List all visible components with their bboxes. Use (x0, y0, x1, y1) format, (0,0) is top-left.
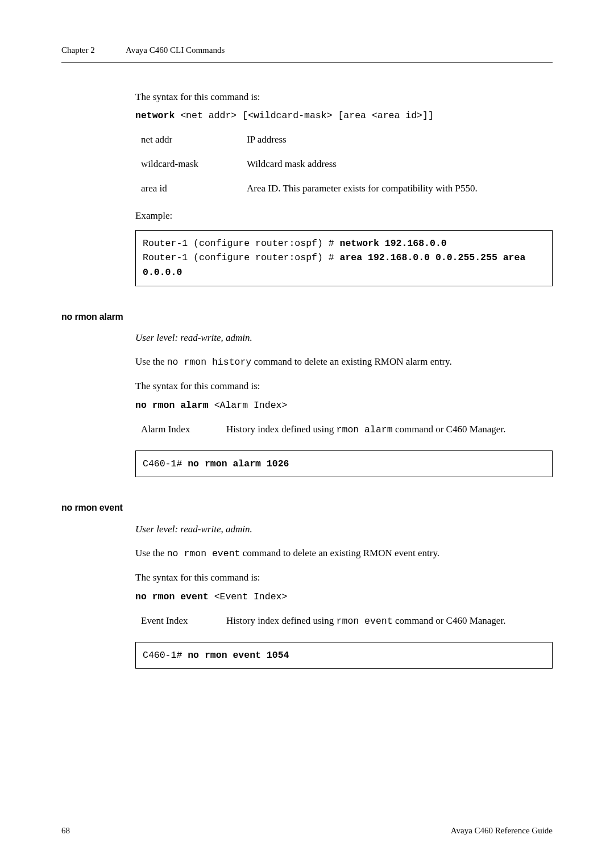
syntax-line: no rmon alarm <Alarm Index> (135, 398, 553, 412)
running-head: Chapter 2 Avaya C460 CLI Commands (61, 44, 553, 63)
desc-text: Use the (135, 548, 167, 558)
param-term: net addr (141, 133, 247, 147)
alarm-block: User level: read-write, admin. Use the n… (135, 331, 553, 478)
code-command: no rmon alarm 1026 (188, 458, 289, 469)
param-def: IP address (247, 133, 553, 147)
description: Use the no rmon event command to delete … (135, 546, 553, 561)
code-command: network 192.168.0.0 (340, 238, 447, 249)
param-row: area id Area ID. This parameter exists f… (141, 182, 553, 196)
code-prompt: C460-1# (143, 458, 188, 469)
example-code-box: C460-1# no rmon event 1054 (135, 642, 553, 669)
param-def-code: rmon alarm (337, 424, 393, 435)
desc-text: command to delete an existing RMON event… (240, 548, 439, 558)
syntax-intro: The syntax for this command is: (135, 571, 553, 585)
param-def: History index defined using rmon alarm c… (226, 423, 553, 437)
code-command: no rmon event 1054 (188, 650, 289, 661)
chapter-title: Avaya C460 CLI Commands (126, 45, 225, 55)
param-def-text: command or C460 Manager. (393, 615, 506, 626)
param-table: Alarm Index History index defined using … (141, 423, 553, 437)
page-body: Chapter 2 Avaya C460 CLI Commands The sy… (0, 0, 614, 669)
user-level: User level: read-write, admin. (135, 523, 553, 537)
param-term: wildcard-mask (141, 157, 247, 172)
syntax-args: <Event Index> (209, 591, 288, 602)
syntax-keyword: network (135, 110, 175, 121)
chapter-label: Chapter 2 (61, 44, 124, 57)
syntax-keyword: no rmon alarm (135, 400, 209, 411)
param-def: History index defined using rmon event c… (226, 614, 553, 628)
param-row: Event Index History index defined using … (141, 614, 553, 628)
syntax-args: <net addr> [<wildcard-mask> [area <area … (175, 110, 433, 121)
param-term: Alarm Index (141, 423, 226, 437)
param-term: Event Index (141, 614, 226, 628)
param-term: area id (141, 182, 247, 196)
user-level: User level: read-write, admin. (135, 331, 553, 345)
section-heading-alarm: no rmon alarm (61, 310, 553, 323)
syntax-line: network <net addr> [<wildcard-mask> [are… (135, 108, 553, 123)
param-table: Event Index History index defined using … (141, 614, 553, 628)
desc-text: Use the (135, 356, 167, 367)
code-prompt: C460-1# (143, 650, 188, 661)
param-def: Area ID. This parameter exists for compa… (247, 182, 553, 196)
syntax-line: no rmon event <Event Index> (135, 590, 553, 604)
example-label: Example: (135, 209, 553, 223)
syntax-args: <Alarm Index> (209, 400, 288, 411)
param-def: Wildcard mask address (247, 157, 553, 172)
param-table: net addr IP address wildcard-mask Wildca… (141, 133, 553, 195)
param-row: net addr IP address (141, 133, 553, 147)
doc-title: Avaya C460 Reference Guide (451, 825, 553, 837)
example-code-box: Router-1 (configure router:ospf) # netwo… (135, 230, 553, 286)
event-block: User level: read-write, admin. Use the n… (135, 523, 553, 669)
network-command-block: The syntax for this command is: network … (135, 90, 553, 286)
code-prompt: Router-1 (configure router:ospf) # (143, 238, 340, 249)
description: Use the no rmon history command to delet… (135, 355, 553, 369)
syntax-keyword: no rmon event (135, 591, 209, 602)
param-def-code: rmon event (337, 616, 393, 627)
param-def-text: History index defined using (226, 424, 337, 435)
code-prompt: Router-1 (configure router:ospf) # (143, 252, 340, 263)
param-row: Alarm Index History index defined using … (141, 423, 553, 437)
desc-code: no rmon history (167, 357, 252, 368)
page-footer: 68 Avaya C460 Reference Guide (0, 825, 614, 837)
syntax-intro: The syntax for this command is: (135, 379, 553, 394)
example-code-box: C460-1# no rmon alarm 1026 (135, 450, 553, 478)
desc-text: command to delete an existing RMON alarm… (251, 356, 452, 367)
desc-code: no rmon event (167, 548, 240, 559)
param-def-text: command or C460 Manager. (393, 424, 506, 435)
page-number: 68 (61, 825, 70, 837)
param-row: wildcard-mask Wildcard mask address (141, 157, 553, 172)
param-def-text: History index defined using (226, 615, 337, 626)
syntax-intro: The syntax for this command is: (135, 90, 553, 105)
section-heading-event: no rmon event (61, 501, 553, 514)
